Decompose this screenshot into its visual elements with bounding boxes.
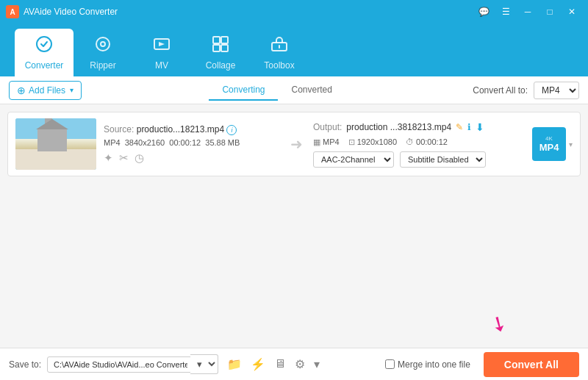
convert-all-button[interactable]: Convert All	[484, 352, 579, 377]
converter-icon	[35, 35, 53, 57]
output-duration-item: ⏱ 00:00:12	[406, 137, 448, 146]
tab-toolbox[interactable]: Toolbox	[250, 29, 309, 76]
output-duration: 00:00:12	[416, 137, 448, 146]
titlebar-left: A AVAide Video Converter	[6, 5, 118, 18]
svg-rect-7	[221, 45, 228, 51]
badge-quality: 4K	[545, 135, 553, 142]
bottom-bar: Save to: ▾ 📁 ⚡ 🖥 ⚙ ▾ Merge into one file…	[0, 348, 588, 380]
convert-arrow-icon: ➜	[287, 135, 306, 153]
output-resolution-item: ⊡ 1920x1080	[348, 137, 397, 147]
folder-icon[interactable]: 📁	[224, 356, 245, 373]
tab-converter-label: Converter	[25, 60, 64, 71]
save-to-label: Save to:	[9, 359, 41, 370]
enhance-button[interactable]: ✦	[104, 151, 113, 165]
resolution-icon: ⊡	[348, 137, 355, 147]
format-badge[interactable]: 4K MP4	[532, 127, 566, 161]
tab-ripper[interactable]: Ripper	[74, 29, 132, 76]
format-badge-dropdown-icon[interactable]: ▾	[569, 140, 573, 148]
output-format: MP4	[323, 137, 340, 146]
settings-icon[interactable]: ⚙	[292, 356, 308, 373]
cut-button[interactable]: ✂	[119, 151, 129, 165]
output-section: Output: production ...3818213.mp4 ✎ ℹ ⬇ …	[313, 121, 525, 168]
output-label: Output:	[313, 122, 342, 132]
output-meta: ▦ MP4 ⊡ 1920x1080 ⏱ 00:00:12	[313, 137, 525, 147]
svg-point-1	[96, 37, 110, 51]
bottom-action-icons: 📁 ⚡ 🖥 ⚙ ▾	[224, 356, 323, 373]
chat-button[interactable]: 💬	[473, 4, 494, 20]
source-name: productio...18213.mp4	[137, 124, 224, 135]
merge-label-text: Merge into one file	[398, 359, 470, 370]
maximize-button[interactable]: □	[539, 4, 560, 20]
output-selects: AAC-2Channel AAC-1Channel MP3-2Channel S…	[313, 151, 525, 168]
toolbar: ⊕ Add Files ▾ Converting Converted Conve…	[0, 76, 588, 104]
close-button[interactable]: ✕	[562, 4, 582, 20]
save-path-container: ▾	[47, 354, 218, 374]
source-size: 35.88 MB	[205, 138, 240, 147]
collage-icon	[212, 35, 229, 57]
file-source-info: Source: productio...18213.mp4 i MP4 3840…	[104, 124, 280, 165]
file-thumbnail	[15, 118, 96, 170]
minimize-button[interactable]: ─	[517, 4, 538, 20]
output-filename: production ...3818213.mp4	[346, 122, 451, 132]
app-title: AVAide Video Converter	[24, 7, 118, 17]
tab-mv[interactable]: MV	[132, 29, 191, 76]
file-action-buttons: ✦ ✂ ◷	[104, 151, 280, 165]
output-edit-icon[interactable]: ✎	[456, 122, 463, 132]
merge-checkbox[interactable]	[385, 359, 395, 369]
source-label: Source:	[104, 124, 134, 135]
add-files-button[interactable]: ⊕ Add Files ▾	[9, 81, 82, 100]
badge-format: MP4	[539, 142, 559, 153]
logo-text: A	[10, 8, 15, 16]
mv-icon	[153, 35, 171, 57]
converting-tab[interactable]: Converting	[209, 80, 278, 101]
church-body	[37, 129, 67, 151]
nav-tabs: Converter Ripper MV Collag	[0, 24, 588, 76]
tab-converter[interactable]: Converter	[15, 29, 74, 76]
source-info-icon[interactable]: i	[226, 125, 237, 135]
output-top: Output: production ...3818213.mp4 ✎ ℹ ⬇	[313, 121, 525, 133]
add-files-label: Add Files	[29, 85, 65, 96]
settings-dropdown-icon[interactable]: ▾	[311, 356, 323, 373]
output-format-item: ▦ MP4	[313, 137, 340, 147]
convert-all-label: Convert All to:	[473, 85, 528, 96]
svg-point-0	[37, 37, 51, 51]
output-download-icon[interactable]: ⬇	[476, 121, 484, 133]
effect-button[interactable]: ◷	[135, 151, 144, 165]
format-badge-container: 4K MP4 ▾	[532, 127, 573, 161]
source-resolution: 3840x2160	[125, 138, 165, 147]
duration-icon: ⏱	[406, 137, 414, 146]
save-path-dropdown[interactable]: ▾	[190, 354, 218, 374]
svg-rect-6	[213, 45, 220, 51]
titlebar-controls: 💬 ☰ ─ □ ✕	[473, 4, 582, 20]
flash-icon[interactable]: ⚡	[248, 356, 268, 373]
tab-collage[interactable]: Collage	[191, 29, 250, 76]
app-logo: A	[6, 5, 19, 18]
plus-icon: ⊕	[17, 85, 26, 96]
toolbox-icon	[270, 35, 288, 57]
ripper-icon	[94, 35, 112, 57]
converted-tab[interactable]: Converted	[278, 80, 345, 101]
screen-icon[interactable]: 🖥	[271, 356, 289, 373]
dropdown-arrow-icon: ▾	[70, 86, 74, 94]
tab-mv-label: MV	[155, 60, 168, 71]
svg-rect-4	[213, 37, 220, 43]
save-path-input[interactable]	[47, 356, 194, 373]
subtitle-select[interactable]: Subtitle Disabled Subtitle Enabled	[400, 151, 486, 168]
convert-all-format-select[interactable]: MP4 MKV AVI MOV	[534, 82, 579, 99]
menu-button[interactable]: ☰	[495, 4, 516, 20]
output-info-icon[interactable]: ℹ	[467, 122, 471, 132]
output-resolution: 1920x1080	[357, 137, 397, 146]
church-roof	[36, 119, 68, 129]
file-item: Source: productio...18213.mp4 i MP4 3840…	[7, 112, 581, 176]
audio-select[interactable]: AAC-2Channel AAC-1Channel MP3-2Channel	[313, 151, 394, 168]
source-filename: Source: productio...18213.mp4 i	[104, 124, 280, 135]
tab-toolbox-label: Toolbox	[264, 60, 294, 71]
source-duration: 00:00:12	[169, 138, 201, 147]
source-format: MP4	[104, 138, 121, 147]
svg-rect-5	[221, 37, 228, 43]
tab-ripper-label: Ripper	[90, 60, 115, 71]
main-content: Source: productio...18213.mp4 i MP4 3840…	[0, 104, 588, 348]
format-icon: ▦	[313, 137, 320, 147]
source-meta: MP4 3840x2160 00:00:12 35.88 MB	[104, 138, 280, 147]
merge-label: Merge into one file	[385, 359, 470, 370]
